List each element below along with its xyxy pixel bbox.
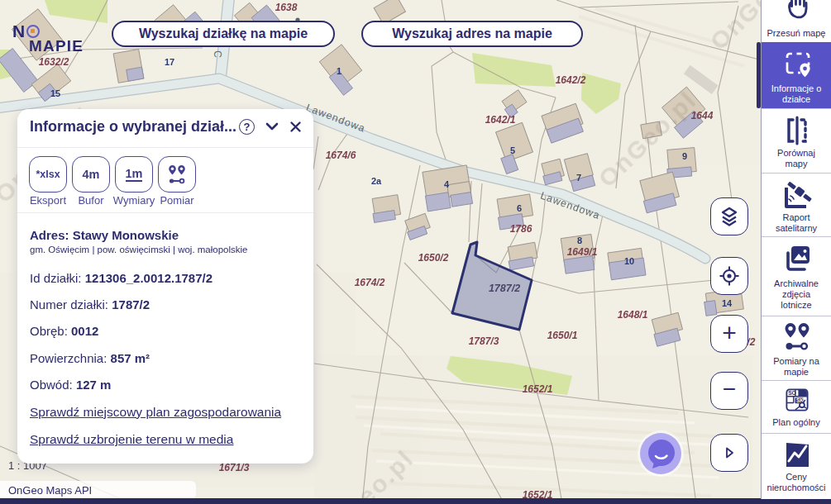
svg-text:1652/1: 1652/1	[523, 383, 553, 395]
svg-text:2a: 2a	[371, 176, 382, 186]
svg-text:8: 8	[577, 235, 582, 245]
svg-text:15: 15	[50, 88, 60, 98]
svg-text:1632/2: 1632/2	[39, 56, 69, 68]
svg-text:14: 14	[722, 298, 733, 308]
svg-text:1642/1: 1642/1	[485, 114, 516, 126]
svg-text:5: 5	[510, 145, 515, 155]
svg-text:17: 17	[165, 57, 174, 67]
svg-text:9: 9	[682, 151, 687, 161]
svg-text:1674/6: 1674/6	[326, 150, 356, 161]
svg-text:1644: 1644	[691, 110, 714, 121]
svg-text:4: 4	[444, 179, 450, 189]
svg-text:1638: 1638	[275, 2, 298, 13]
svg-text:1: 1	[337, 66, 341, 76]
svg-text:1650/1: 1650/1	[547, 330, 578, 341]
svg-text:10: 10	[624, 256, 634, 266]
svg-text:1671/3: 1671/3	[219, 462, 250, 473]
svg-text:1674/2: 1674/2	[355, 277, 385, 288]
svg-text:1787/3: 1787/3	[469, 335, 499, 347]
svg-text:1787/2: 1787/2	[489, 283, 520, 294]
svg-text:1649/1: 1649/1	[567, 246, 598, 258]
svg-text:SO: SO	[788, 390, 796, 396]
svg-text:1786: 1786	[510, 223, 533, 235]
svg-text:1650/2: 1650/2	[418, 252, 449, 264]
svg-text:1648/1: 1648/1	[618, 309, 648, 321]
svg-text:6: 6	[517, 203, 522, 213]
svg-text:C: C	[212, 50, 223, 59]
svg-text:1642/2: 1642/2	[556, 74, 586, 86]
svg-text:7: 7	[576, 173, 581, 183]
